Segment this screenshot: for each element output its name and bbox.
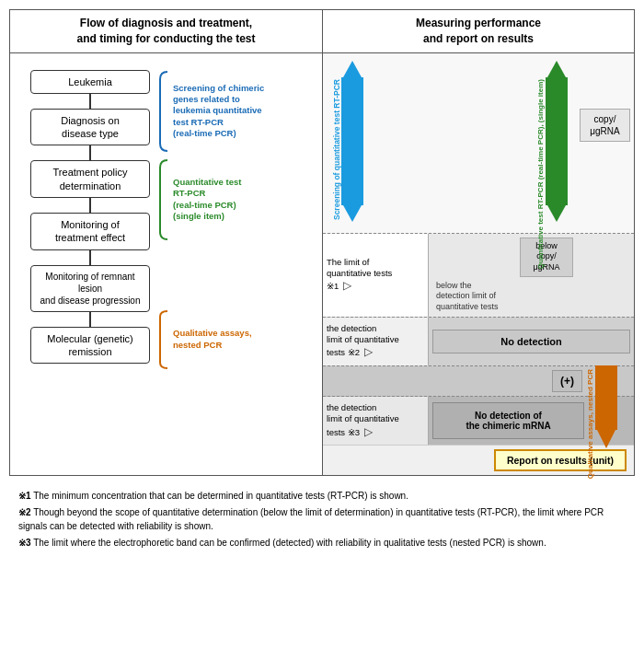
header-right-title: Measuring performanceand report on resul… <box>416 17 541 45</box>
section-limit2: the detectionlimit of quantitativetests … <box>323 317 634 365</box>
blue-bidirectional-arrow <box>332 61 373 222</box>
svg-rect-5 <box>546 77 568 205</box>
right-panel: Screening of quantitative test RT-PCR Qu… <box>323 53 634 476</box>
svg-rect-2 <box>341 77 363 205</box>
svg-marker-0 <box>343 61 362 77</box>
qualitative-section: Qualitative assays, nested PCR (+) <box>323 365 634 445</box>
footnote-2: ※2 Though beyond the scope of quantitati… <box>18 505 626 533</box>
left-panel: Leukemia Diagnosis ondisease type Treatm… <box>10 53 323 476</box>
flow-box-monitoring-remnant: Monitoring of remnant lesionand disease … <box>30 265 150 312</box>
below-detection-label: below thedetection limit ofquantitative … <box>432 281 630 313</box>
flow-box-molecular-remission: Molecular (genetic)remission <box>30 327 150 365</box>
section-limit1: The limit ofquantitative tests※1 ▷ below… <box>323 233 634 317</box>
footnote-3: ※3 The limit where the electrophoretic b… <box>18 536 626 550</box>
limit2-content: No detection <box>429 318 634 365</box>
report-box: Report on results (unit) <box>494 449 627 471</box>
content-row: Leukemia Diagnosis ondisease type Treatm… <box>10 53 634 476</box>
footnote-1: ※1 The minimum concentration that can be… <box>18 489 626 503</box>
blue-brace-group: Screening of chimericgenes related toleu… <box>158 70 264 153</box>
flow-box-treatment-policy: Treatment policydetermination <box>30 160 150 198</box>
orange-brace-group: Qualitative assays,nested PCR <box>158 309 252 370</box>
svg-marker-6 <box>597 430 615 448</box>
blue-label: Screening of chimericgenes related toleu… <box>173 83 264 140</box>
svg-marker-4 <box>547 205 566 222</box>
limit1-content: belowcopy/μgRNA below thedetection limit… <box>429 234 634 317</box>
orange-arrow-column: Qualitative assays, nested PCR <box>586 365 627 448</box>
no-detection-chimeric-box: No detection ofthe chimeric mRNA <box>432 402 584 439</box>
header-left: Flow of diagnosis and treatment,and timi… <box>10 10 323 52</box>
no-detection-box: No detection <box>432 330 630 353</box>
blue-arrow-column: Screening of quantitative test RT-PCR <box>332 61 373 226</box>
flow-box-monitoring-treatment: Monitoring oftreatment effect <box>30 213 150 250</box>
below-copy-box: belowcopy/μgRNA <box>520 238 573 277</box>
orange-down-arrow <box>586 365 627 448</box>
svg-marker-3 <box>547 61 566 77</box>
green-brace-icon <box>158 158 169 241</box>
header-row: Flow of diagnosis and treatment,and timi… <box>10 10 634 53</box>
flow-box-leukemia: Leukemia <box>30 70 150 94</box>
footnotes: ※1 The minimum concentration that can be… <box>9 483 635 558</box>
limit1-label: The limit ofquantitative tests※1 ▷ <box>323 234 429 317</box>
orange-brace-icon <box>158 309 169 370</box>
flow-box-diagnosis: Diagnosis ondisease type <box>30 109 150 146</box>
copy-label-box: copy/μgRNA <box>580 109 630 142</box>
blue-brace-icon <box>158 70 169 153</box>
orange-label: Qualitative assays,nested PCR <box>173 328 252 351</box>
limit3-label: the detectionlimit of quantitativetests … <box>323 397 429 445</box>
green-bidirectional-arrow <box>536 61 577 222</box>
header-right: Measuring performanceand report on resul… <box>323 10 634 52</box>
positive-box: (+) <box>552 370 582 392</box>
limit2-label: the detectionlimit of quantitativetests … <box>323 318 429 365</box>
header-left-title: Flow of diagnosis and treatment,and timi… <box>77 17 256 45</box>
svg-rect-7 <box>595 365 617 430</box>
green-arrow-column: Quantitative test RT-PCR (real-time PCR)… <box>536 61 577 222</box>
svg-marker-1 <box>343 205 362 222</box>
green-brace-group: Quantitative testRT-PCR(real-time PCR)(s… <box>158 158 241 241</box>
green-label: Quantitative testRT-PCR(real-time PCR)(s… <box>173 177 241 222</box>
report-row: Report on results (unit) <box>323 445 634 475</box>
main-container: Flow of diagnosis and treatment,and timi… <box>9 9 635 476</box>
